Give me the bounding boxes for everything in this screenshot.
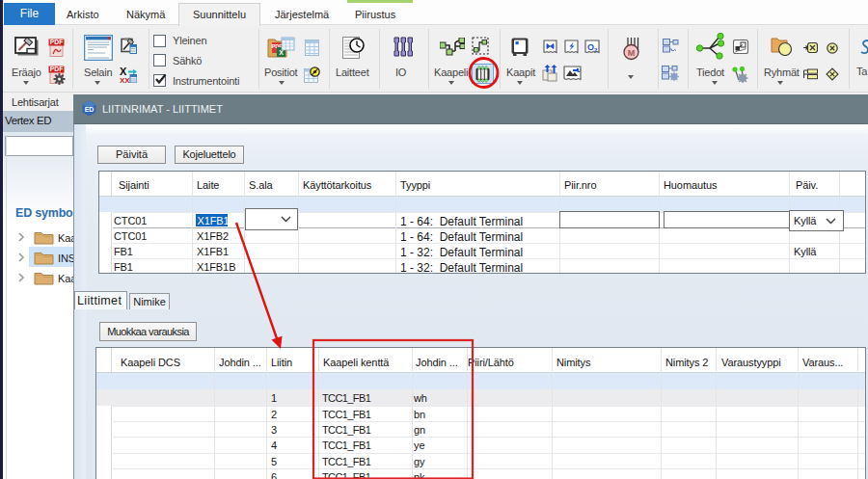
svg-text:ED: ED [85, 106, 95, 113]
svg-text:PDF: PDF [50, 39, 64, 45]
svg-text:XX: XX [120, 76, 130, 83]
svg-text:PDF: PDF [50, 66, 64, 72]
svg-text:O: O [587, 42, 594, 52]
svg-text:M: M [628, 48, 636, 58]
svg-text:X: X [120, 67, 127, 77]
